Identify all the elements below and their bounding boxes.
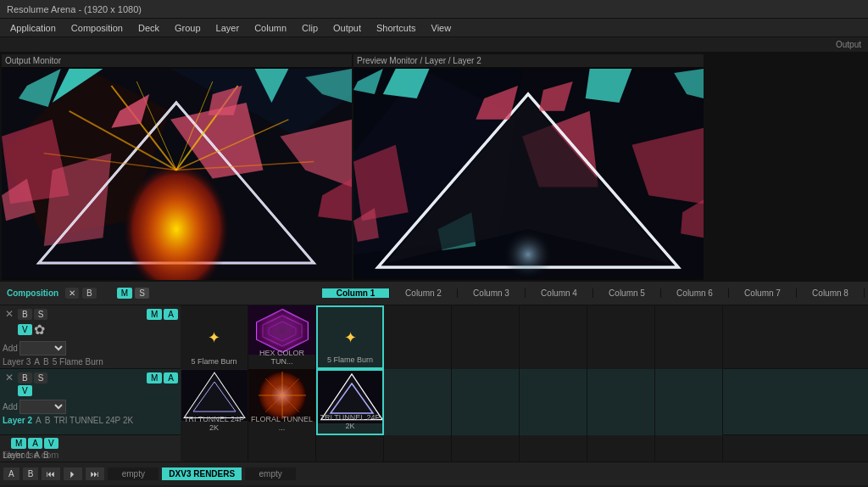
preview-monitor-label: Preview Monitor / Layer / Layer 2 [353, 54, 704, 67]
title-bar: Resolume Arena - (1920 x 1080) [0, 0, 868, 19]
layer-3-m[interactable]: M [147, 309, 162, 320]
menu-column[interactable]: Column [248, 21, 293, 35]
layer-row-3: ✕ B S M A V ✿ Add Layer 3 A B 5 Flame Bu… [0, 305, 868, 369]
layer-2-cell-2-label: FLORAL TUNNEL ... [248, 413, 315, 434]
menu-deck[interactable]: Deck [131, 21, 166, 35]
layer-2-v[interactable]: V [18, 385, 32, 396]
transport-b[interactable]: B [23, 467, 39, 480]
layer-2-controls: ✕ B S M A V Add Layer 2 A B TRI TUNNEL 2… [0, 369, 181, 434]
col-header-3[interactable]: Column 3 [458, 288, 526, 298]
comp-s-btn[interactable]: S [135, 288, 149, 299]
layer-3-controls: ✕ B S M A V ✿ Add Layer 3 A B 5 Flame Bu… [0, 305, 181, 368]
preview-monitor-container: Preview Monitor / Layer / Layer 2 [353, 54, 704, 280]
layer-3-cell-8[interactable] [655, 305, 723, 369]
layer-3-cell-7[interactable] [587, 305, 655, 369]
transport-bar: A B ⏮ ⏵ ⏭ empty DXV3 RENDERS empty [0, 462, 868, 485]
layer-3-a[interactable]: A [164, 309, 178, 320]
layer-3-cell-6[interactable] [520, 305, 587, 369]
menu-output[interactable]: Output [326, 21, 368, 35]
menu-group[interactable]: Group [168, 21, 208, 35]
col-header-7[interactable]: Column 7 [729, 288, 797, 298]
comp-close-btn[interactable]: ✕ [65, 288, 79, 299]
composition-header: Composition ✕ B M S Column 1 Column 2 Co… [0, 282, 868, 305]
output-monitor-label: Output Monitor [2, 54, 352, 67]
col-header-1[interactable]: Column 1 [322, 288, 390, 298]
right-panel-area [705, 54, 866, 280]
transport-empty-right: empty [245, 467, 296, 480]
layer-2-cells: TRI TUNNEL 24P 2K FLORAL T [181, 369, 868, 434]
layer-3-cell-2[interactable]: HEX COLOR TUN... [248, 305, 316, 369]
layer-2-cell-6[interactable] [520, 369, 587, 435]
next-btn[interactable]: ⏭ [86, 467, 104, 480]
layer-3-cell-3-label: 5 Flame Burn [318, 354, 382, 366]
layer-2-add-select[interactable] [19, 400, 66, 414]
menu-shortcuts[interactable]: Shortcuts [370, 21, 422, 35]
layer-row-2: ✕ B S M A V Add Layer 2 A B TRI TUNNEL 2… [0, 369, 868, 435]
preview-monitor-view[interactable] [353, 67, 704, 280]
prev-btn[interactable]: ⏮ [42, 467, 60, 480]
layer-2-cell-4[interactable] [384, 369, 452, 435]
comp-m-btn[interactable]: M [117, 288, 132, 299]
layer-2-a[interactable]: A [164, 372, 178, 383]
output-label: Output [836, 40, 861, 49]
menu-application[interactable]: Application [3, 21, 63, 35]
col-header-8[interactable]: Column 8 [797, 288, 865, 298]
layer-3-cells: ✦ 5 Flame Burn HEX COLOR TUN... [181, 305, 868, 368]
composition-label: Composition [3, 288, 62, 298]
composition-area: Composition ✕ B M S Column 1 Column 2 Co… [0, 282, 868, 485]
output-bar: Output [0, 37, 868, 53]
menu-clip[interactable]: Clip [295, 21, 325, 35]
layer-2-cell-3[interactable]: TRI TUNNEL 24P 2K [316, 369, 384, 435]
layer-3-cell-2-label: HEX COLOR TUN... [248, 347, 315, 367]
layer-3-cell-4[interactable] [384, 305, 452, 369]
app-title: Resolume Arena - (1920 x 1080) [7, 4, 142, 14]
layer-2-cell-3-label: TRI TUNNEL 24P 2K [318, 411, 382, 432]
layer-3-b[interactable]: B [18, 309, 32, 320]
layer-3-cell-3[interactable]: ✦ 5 Flame Burn [316, 305, 384, 369]
monitors-area: Output Monitor [0, 53, 868, 282]
col-header-6[interactable]: Column 6 [661, 288, 729, 298]
col-header-2[interactable]: Column 2 [390, 288, 458, 298]
output-monitor-container: Output Monitor [2, 54, 352, 280]
layer-2-s[interactable]: S [34, 372, 48, 383]
transport-a[interactable]: A [3, 467, 19, 480]
col-header-4[interactable]: Column 4 [526, 288, 593, 298]
layer-3-cell-1[interactable]: ✦ 5 Flame Burn [181, 305, 248, 369]
output-monitor-view[interactable] [2, 67, 352, 280]
layer-1-a[interactable]: A [28, 438, 42, 449]
comp-b-btn[interactable]: B [82, 288, 97, 299]
layer-3-s[interactable]: S [34, 309, 48, 320]
play-btn[interactable]: ⏵ [64, 467, 82, 480]
layer-1-m[interactable]: M [11, 438, 26, 449]
layer-3-close[interactable]: ✕ [3, 308, 16, 320]
layer-2-cell-5[interactable] [452, 369, 520, 435]
menu-layer[interactable]: Layer [209, 21, 247, 35]
menu-composition[interactable]: Composition [64, 21, 130, 35]
col-header-5[interactable]: Column 5 [593, 288, 661, 298]
layer-2-close[interactable]: ✕ [3, 372, 16, 383]
layer-1-v[interactable]: V [44, 438, 58, 449]
layer-3-cell-5[interactable] [452, 305, 520, 369]
layer-2-cell-2[interactable]: FLORAL TUNNEL ... [248, 369, 316, 435]
layer-2-cell-1[interactable]: TRI TUNNEL 24P 2K [181, 369, 248, 435]
menu-bar: Application Composition Deck Group Layer… [0, 19, 868, 37]
transport-empty-left: empty [108, 467, 159, 480]
transport-dxv3[interactable]: DXV3 RENDERS [162, 467, 242, 480]
layer-2-cell-8[interactable] [655, 369, 723, 435]
layer-3-v[interactable]: V [18, 324, 32, 335]
layer-3-cell-1-label: 5 Flame Burn [181, 355, 248, 367]
layer-2-cell-7[interactable] [587, 369, 655, 435]
layer-3-add-select[interactable] [19, 341, 66, 355]
layer-2-b[interactable]: B [18, 372, 32, 383]
layer-2-m[interactable]: M [147, 372, 162, 383]
layer-2-cell-1-label: TRI TUNNEL 24P 2K [181, 413, 248, 434]
menu-view[interactable]: View [425, 21, 459, 35]
